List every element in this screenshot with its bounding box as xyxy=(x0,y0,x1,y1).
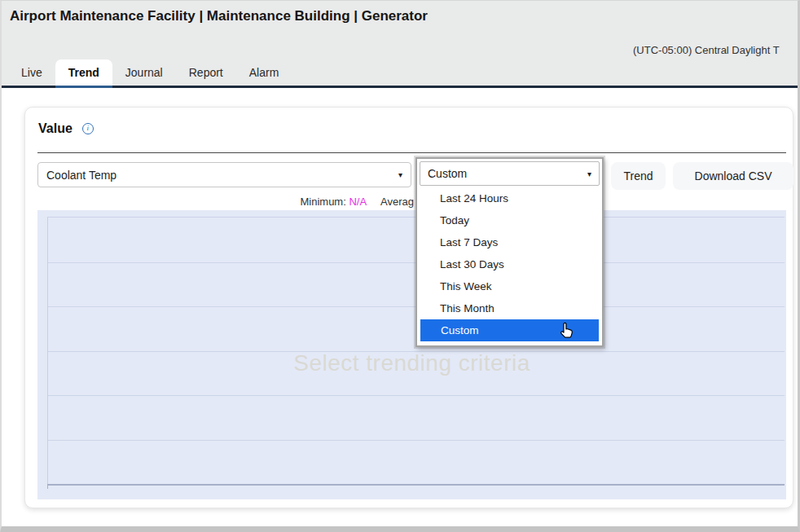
range-select[interactable]: Custom ▾ xyxy=(420,161,600,186)
header: Airport Maintenance Facility | Maintenan… xyxy=(2,1,798,86)
panel-heading: Value xyxy=(38,121,73,136)
range-dropdown: Custom ▾ Last 24 HoursTodayLast 7 DaysLa… xyxy=(415,157,604,347)
info-icon[interactable]: i xyxy=(82,123,94,134)
menu-item-today[interactable]: Today xyxy=(420,209,600,231)
tab-journal[interactable]: Journal xyxy=(112,59,176,86)
panel-header: Value i xyxy=(38,121,94,136)
axis-tick xyxy=(47,484,48,489)
header-divider xyxy=(2,86,798,88)
trend-button[interactable]: Trend xyxy=(611,162,666,190)
point-select[interactable]: Coolant Temp ▾ xyxy=(37,162,411,187)
gridline xyxy=(48,395,785,396)
menu-item-last-24-hours[interactable]: Last 24 Hours xyxy=(420,187,600,209)
menu-item-this-month[interactable]: This Month xyxy=(420,297,600,319)
tab-live[interactable]: Live xyxy=(8,59,55,86)
menu-item-last-30-days[interactable]: Last 30 Days xyxy=(420,253,600,275)
range-menu: Last 24 HoursTodayLast 7 DaysLast 30 Day… xyxy=(420,186,600,343)
average-label-partial: Averag xyxy=(380,196,414,208)
download-csv-button[interactable]: Download CSV xyxy=(673,162,793,190)
timezone-label: (UTC-05:00) Central Daylight T xyxy=(633,44,780,56)
tab-alarm[interactable]: Alarm xyxy=(236,59,292,86)
point-select-value: Coolant Temp xyxy=(46,169,116,182)
tab-trend[interactable]: Trend xyxy=(55,59,112,86)
stats-line: Minimum: N/A Averag xyxy=(37,196,414,208)
minimum-value: N/A xyxy=(349,196,366,208)
chevron-down-icon: ▾ xyxy=(398,170,402,179)
trend-chart-area: Select trending criteria xyxy=(37,210,786,499)
heading-divider xyxy=(37,152,786,153)
tab-bar: LiveTrendJournalReportAlarm xyxy=(8,59,292,86)
menu-item-this-week[interactable]: This Week xyxy=(420,275,600,297)
mouse-cursor-hand-icon xyxy=(558,321,576,342)
trend-panel: Value i Coolant Temp ▾ Trend Download CS… xyxy=(24,107,793,508)
tab-report[interactable]: Report xyxy=(176,59,236,86)
app-window: Airport Maintenance Facility | Maintenan… xyxy=(0,0,800,532)
range-select-value: Custom xyxy=(428,167,467,180)
gridline xyxy=(48,440,785,441)
chevron-down-icon: ▾ xyxy=(587,169,591,178)
chart-placeholder-text: Select trending criteria xyxy=(37,350,786,376)
minimum-label: Minimum: xyxy=(300,196,345,208)
menu-item-last-7-days[interactable]: Last 7 Days xyxy=(420,231,600,253)
page-title: Airport Maintenance Facility | Maintenan… xyxy=(10,8,428,24)
